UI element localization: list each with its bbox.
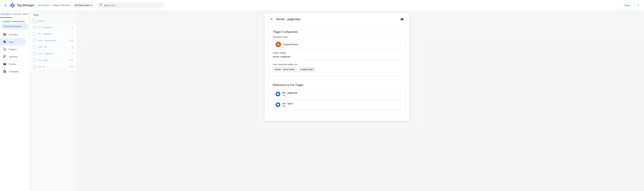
- sidebar-nav: Overview Tags Triggers: [0, 31, 30, 191]
- ref-tag-icon-0: [276, 92, 280, 96]
- sidebar-item-triggers-label: Triggers: [9, 48, 17, 50]
- reference-item[interactable]: FB - pageview Tag: [273, 89, 401, 99]
- variable-icon: [3, 55, 7, 59]
- tab-workspace[interactable]: Workspace: [0, 11, 12, 18]
- header-actions: Save: [620, 2, 641, 8]
- ref-tag-icon-1: [276, 102, 280, 107]
- references-title: References to this Trigger: [273, 84, 401, 86]
- custom-event-icon: [276, 42, 281, 47]
- app-header: Tag Manager All accounts > Stape GTM Dem…: [0, 0, 644, 11]
- fires-on-field: This trigger fires on server - event nam…: [273, 64, 401, 72]
- ref-info: FB - pageview Tag: [282, 92, 297, 96]
- save-button[interactable]: Save: [620, 2, 634, 8]
- current-workspace-button[interactable]: Default Workspace ›: [1, 23, 28, 30]
- panel-close-button[interactable]: [268, 16, 274, 22]
- sidebar-tabs: Workspace Versions Admin: [0, 11, 30, 18]
- trigger-type-name: Custom Event: [283, 43, 298, 46]
- app-name: Tag Manager: [17, 4, 34, 7]
- fires-on-condition1: server - event name: [273, 67, 296, 72]
- sidebar-item-overview[interactable]: Overview: [0, 31, 27, 38]
- detail-overlay: Server - pageview Trigger Configuration …: [30, 11, 644, 191]
- trigger-type-field: Trigger Type Custom Event: [273, 36, 401, 49]
- tag-icon: [3, 40, 7, 44]
- workspace-selector-label: WP Demo Web: [75, 4, 90, 6]
- fires-on-condition2: contains gtm: [298, 67, 316, 72]
- workspace-chevron-icon: ›: [25, 24, 26, 28]
- breadcrumb-all[interactable]: All accounts: [38, 4, 50, 6]
- svg-rect-3: [12, 4, 13, 7]
- current-workspace-name: Default Workspace: [3, 25, 22, 28]
- tab-versions[interactable]: Versions: [12, 11, 22, 18]
- search-bar[interactable]: [97, 2, 164, 8]
- references-section: References to this Trigger FB - pageview…: [268, 79, 405, 114]
- sidebar-item-templates-label: Templates: [9, 70, 19, 73]
- tab-admin[interactable]: Admin: [22, 11, 30, 18]
- breadcrumb: All accounts > Stape GTM Demo: [38, 4, 70, 6]
- app-layout: Workspace Versions Admin CURRENT WORKSPA…: [0, 11, 644, 191]
- fires-on-conditions: server - event name contains gtm: [273, 67, 401, 72]
- sidebar-item-variables[interactable]: Variables: [0, 53, 27, 60]
- workspace-selector[interactable]: WP Demo Web ▾: [73, 3, 94, 8]
- svg-rect-7: [3, 56, 6, 57]
- reference-item[interactable]: UA - base Tag: [273, 100, 401, 110]
- main-content: Tags Name ↑ DT - pageview D FB - pagevie…: [30, 11, 644, 191]
- trigger-config-section: Trigger Configuration Trigger Type: [268, 26, 405, 76]
- template-icon: [3, 70, 7, 74]
- panel-body: Trigger Configuration Trigger Type: [264, 22, 409, 121]
- chevron-down-icon: ▾: [91, 4, 92, 7]
- folder-icon-button[interactable]: [399, 16, 405, 22]
- ref-type-0: Tag: [282, 94, 297, 96]
- sidebar-item-folders[interactable]: Folders: [0, 60, 27, 68]
- trigger-type-card[interactable]: Custom Event: [273, 40, 401, 49]
- sidebar-item-folders-label: Folders: [9, 63, 16, 66]
- svg-point-5: [4, 49, 5, 50]
- gtm-logo: [10, 2, 16, 8]
- panel-title: Server - pageview: [276, 18, 398, 21]
- current-workspace-label: CURRENT WORKSPACE: [0, 18, 30, 23]
- event-name-label: Event name: [273, 52, 401, 54]
- ref-name-0: FB - pageview: [282, 92, 297, 94]
- svg-point-10: [278, 44, 279, 45]
- ref-info: UA - base Tag: [282, 102, 292, 107]
- trigger-config-title: Trigger Configuration: [273, 30, 401, 34]
- svg-rect-6: [3, 56, 6, 56]
- detail-panel: Server - pageview Trigger Configuration …: [264, 14, 409, 121]
- breadcrumb-sep: >: [51, 4, 52, 6]
- svg-rect-8: [3, 57, 4, 58]
- sidebar-item-templates[interactable]: Templates: [0, 68, 27, 75]
- sidebar-item-tags[interactable]: Tags: [0, 38, 27, 46]
- sidebar: Workspace Versions Admin CURRENT WORKSPA…: [0, 11, 30, 191]
- search-input[interactable]: [104, 4, 161, 7]
- grid-icon: [3, 32, 7, 36]
- sidebar-item-tags-label: Tags: [9, 41, 13, 43]
- fires-on-label: This trigger fires on: [273, 64, 401, 66]
- ref-type-1: Tag: [282, 105, 292, 107]
- sidebar-item-overview-label: Overview: [9, 33, 18, 36]
- back-button[interactable]: [3, 2, 9, 8]
- sidebar-item-variables-label: Variables: [9, 56, 18, 58]
- panel-title-row: Server - pageview: [264, 14, 409, 22]
- event-name-value: server_response: [273, 55, 401, 61]
- trigger-type-label: Trigger Type: [273, 36, 401, 38]
- trigger-icon: [3, 47, 7, 51]
- more-options-button[interactable]: [635, 2, 641, 8]
- folder-icon: [3, 62, 7, 66]
- event-name-field: Event name server_response: [273, 52, 401, 61]
- ref-name-1: UA - base: [282, 102, 292, 105]
- sidebar-item-triggers[interactable]: Triggers: [0, 46, 27, 53]
- search-icon: [100, 3, 102, 7]
- breadcrumb-account: Stape GTM Demo: [53, 4, 71, 6]
